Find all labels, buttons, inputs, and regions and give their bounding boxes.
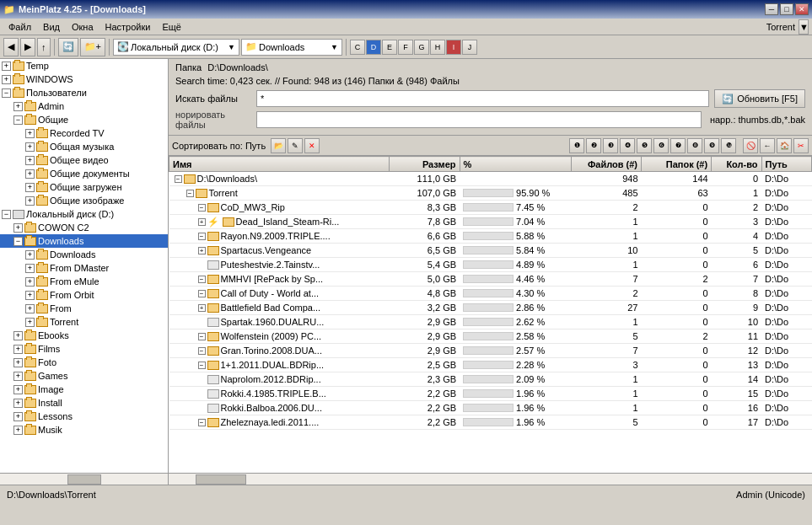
tree-expand-icon[interactable]: − [2,210,11,219]
path-selector[interactable]: 📁 Downloads ▼ [241,39,342,56]
search-input[interactable] [256,90,709,107]
col-name[interactable]: Имя [169,157,390,172]
tree-expand-icon[interactable]: + [25,142,35,152]
menu-windows[interactable]: Окна [67,21,99,33]
left-arrow-btn[interactable]: ← [760,138,775,153]
tree-item[interactable]: + Films [0,342,168,356]
delete-btn[interactable]: ✕ [304,138,320,153]
table-row[interactable]: Rokki.Balboa.2006.DU... 2,2 GB 1.96 % 1 … [169,401,812,415]
table-row[interactable]: − 1+1.2011.DUAL.BDRip... 2,5 GB 2.28 % 3… [169,358,812,372]
file-hscroll[interactable] [169,473,812,485]
tree-item[interactable]: − Пользователи [0,86,168,99]
tree-expand-icon[interactable]: + [25,156,35,165]
tree-item[interactable]: + Общая музыка [0,140,168,153]
close-button[interactable]: ✕ [795,3,809,15]
file-table[interactable]: Имя Размер % Файлов (#) Папок (#) Кол-во… [169,156,812,473]
tree-item[interactable]: + Games [0,369,168,383]
tree-item[interactable]: + Admin [0,99,168,113]
tree-item[interactable]: + Image [0,383,168,396]
new-folder-button[interactable]: 📁+ [80,38,105,56]
table-row[interactable]: − D:\Downloads\ 111,0 GB 948 144 0 D:\Do [169,172,812,186]
table-row[interactable]: − CoD_MW3_Rip 8,3 GB 7.45 % 2 0 2 D:\Do [169,201,812,215]
refresh-button[interactable]: 🔄 [58,38,78,56]
tree-item[interactable]: + WINDOWS [0,72,168,86]
tree-expand-icon[interactable]: + [13,385,23,394]
col-pct[interactable]: % [460,157,571,172]
tree-expand-icon[interactable]: + [25,264,35,273]
expand-icon[interactable]: + [198,247,206,254]
num-8[interactable]: ❽ [687,138,702,153]
drive-f[interactable]: F [398,40,413,55]
table-row[interactable]: + Spartacus.Vengeance 6,5 GB 5.84 % 10 0… [169,244,812,258]
expand-icon[interactable]: + [198,304,206,312]
refresh-button-2[interactable]: 🔄 Обновить [F5] [714,89,805,108]
num-1[interactable]: ❶ [569,138,584,153]
drive-d[interactable]: D [366,40,381,55]
drive-e[interactable]: E [382,40,397,55]
tree-expand-icon[interactable]: + [2,75,11,84]
expand-icon[interactable]: − [198,333,206,340]
tree-item[interactable]: − Локальный диск (D:) [0,207,168,221]
expand-icon[interactable]: − [198,290,206,297]
tree-hscroll-thumb[interactable] [67,474,101,485]
col-path[interactable]: Путь [761,157,811,172]
tree-expand-icon[interactable]: − [2,88,11,98]
file-hscroll-thumb[interactable] [196,474,246,485]
table-row[interactable]: − Wolfenstein (2009) PC... 2,9 GB 2.58 %… [169,329,812,344]
expand-icon[interactable]: − [198,419,206,426]
table-row[interactable]: − Call of Duty - World at... 4,8 GB 4.30… [169,287,812,301]
tree-item[interactable]: + Общие изображе [0,194,168,207]
minimize-button[interactable]: ─ [765,3,778,15]
tree-expand-icon[interactable]: − [13,115,23,125]
num-9[interactable]: ❾ [704,138,719,153]
drive-h[interactable]: H [430,40,445,55]
tree-expand-icon[interactable]: + [25,250,35,260]
tree-item[interactable]: + Temp [0,59,168,72]
expand-icon[interactable]: − [198,233,206,240]
tree-expand-icon[interactable]: + [25,196,35,206]
num-3[interactable]: ❸ [603,138,618,153]
up-button[interactable]: ↑ [37,38,51,56]
table-row[interactable]: Rokki.4.1985.TRIPLE.B... 2,2 GB 1.96 % 1… [169,387,812,401]
home-btn[interactable]: 🏠 [777,138,792,153]
tree-expand-icon[interactable]: + [13,331,23,340]
tree-item[interactable]: + From eMule [0,275,168,288]
tree-expand-icon[interactable]: + [13,345,23,354]
sort-path-btn[interactable]: 📂 [271,138,286,153]
tree-scroll[interactable]: + Temp + WINDOWS − Пользователи + Admin … [0,59,168,473]
tree-item[interactable]: + From [0,302,168,315]
no-entry-btn[interactable]: 🚫 [743,138,758,153]
tree-expand-icon[interactable]: − [13,237,23,246]
col-count[interactable]: Кол-во [712,157,761,172]
tree-expand-icon[interactable]: + [13,412,23,421]
tree-expand-icon[interactable]: + [2,62,11,71]
num-2[interactable]: ❷ [586,138,601,153]
tree-expand-icon[interactable]: + [13,358,23,367]
tree-item[interactable]: + Lessons [0,410,168,423]
sort-edit-btn[interactable]: ✎ [288,138,303,153]
tree-expand-icon[interactable]: + [25,304,35,313]
tree-expand-icon[interactable]: + [25,291,35,300]
expand-icon[interactable]: + [198,218,206,226]
drive-c[interactable]: C [350,40,365,55]
table-row[interactable]: − Torrent 107,0 GB 95.90 % 485 63 1 D:\D… [169,186,812,201]
tree-item[interactable]: + Downloads [0,248,168,261]
table-row[interactable]: + ⚡ Dead_Island_Steam-Ri... 7,8 GB 7.04 … [169,215,812,229]
tree-item[interactable]: + COWON C2 [0,221,168,234]
num-5[interactable]: ❺ [637,138,652,153]
drive-i[interactable]: I [446,40,461,55]
menu-settings[interactable]: Настройки [100,21,156,33]
menu-view[interactable]: Вид [38,21,65,33]
tree-item[interactable]: + From DMaster [0,261,168,275]
tree-expand-icon[interactable]: + [13,399,23,408]
expand-icon[interactable]: − [198,276,206,283]
tree-item[interactable]: + Foto [0,356,168,369]
num-7[interactable]: ❼ [670,138,686,153]
table-row[interactable]: − Zheleznaya.ledi.2011.... 2,2 GB 1.96 %… [169,415,812,430]
tree-expand-icon[interactable]: + [13,426,23,435]
tree-item[interactable]: + Musik [0,423,168,437]
tree-expand-icon[interactable]: + [25,183,35,192]
scissors-btn[interactable]: ✂ [793,138,809,153]
tree-item[interactable]: + Ebooks [0,329,168,342]
table-row[interactable]: Puteshestvie.2.Tainstv... 5,4 GB 4.89 % … [169,258,812,272]
